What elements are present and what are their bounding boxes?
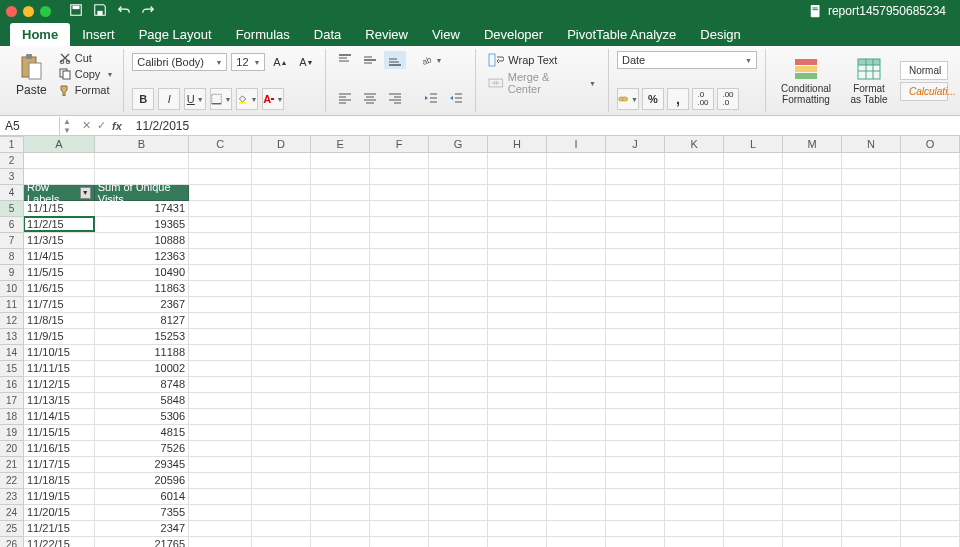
bold-button[interactable]: B bbox=[132, 88, 154, 110]
cell[interactable] bbox=[606, 153, 665, 169]
row-header-12[interactable]: 12 bbox=[0, 313, 23, 329]
cell[interactable] bbox=[842, 537, 901, 547]
cell[interactable] bbox=[370, 153, 429, 169]
tab-developer[interactable]: Developer bbox=[472, 23, 555, 46]
cell[interactable] bbox=[370, 265, 429, 281]
cell[interactable] bbox=[901, 313, 960, 329]
cell[interactable] bbox=[488, 441, 547, 457]
cell[interactable] bbox=[252, 265, 311, 281]
cell[interactable]: 11/11/15 bbox=[24, 361, 95, 377]
cell[interactable] bbox=[783, 281, 842, 297]
cell[interactable] bbox=[252, 377, 311, 393]
cell[interactable] bbox=[488, 489, 547, 505]
cell[interactable] bbox=[901, 377, 960, 393]
cell[interactable] bbox=[901, 361, 960, 377]
cell[interactable] bbox=[488, 233, 547, 249]
cell[interactable] bbox=[547, 361, 606, 377]
cell[interactable] bbox=[488, 537, 547, 547]
cell-style-normal[interactable]: Normal bbox=[900, 61, 948, 80]
cell[interactable] bbox=[547, 313, 606, 329]
cell[interactable] bbox=[783, 425, 842, 441]
cell[interactable] bbox=[547, 297, 606, 313]
cell[interactable] bbox=[842, 377, 901, 393]
autosave-icon[interactable] bbox=[69, 3, 83, 20]
cell[interactable] bbox=[488, 457, 547, 473]
align-left-button[interactable] bbox=[334, 89, 356, 107]
cell[interactable] bbox=[311, 457, 370, 473]
col-header-F[interactable]: F bbox=[370, 136, 429, 152]
col-header-L[interactable]: L bbox=[724, 136, 783, 152]
close-window-button[interactable] bbox=[6, 6, 17, 17]
cell[interactable]: 2347 bbox=[95, 521, 189, 537]
cell[interactable] bbox=[547, 153, 606, 169]
cell[interactable] bbox=[783, 345, 842, 361]
cell[interactable] bbox=[606, 521, 665, 537]
cell[interactable] bbox=[901, 281, 960, 297]
cell[interactable] bbox=[665, 425, 724, 441]
cell[interactable] bbox=[189, 361, 252, 377]
row-header-7[interactable]: 7 bbox=[0, 233, 23, 249]
format-as-table-button[interactable]: Format as Table bbox=[844, 55, 894, 107]
undo-icon[interactable] bbox=[117, 3, 131, 20]
cell[interactable]: 7355 bbox=[95, 505, 189, 521]
cell[interactable] bbox=[783, 233, 842, 249]
cell[interactable] bbox=[606, 505, 665, 521]
cell[interactable] bbox=[606, 329, 665, 345]
cell[interactable] bbox=[901, 441, 960, 457]
cell[interactable] bbox=[724, 297, 783, 313]
cell[interactable] bbox=[547, 521, 606, 537]
row-header-8[interactable]: 8 bbox=[0, 249, 23, 265]
increase-font-button[interactable]: A▲ bbox=[269, 51, 291, 73]
cell[interactable] bbox=[724, 457, 783, 473]
cell[interactable] bbox=[842, 345, 901, 361]
cell[interactable] bbox=[901, 393, 960, 409]
cell[interactable] bbox=[547, 457, 606, 473]
cell[interactable] bbox=[547, 217, 606, 233]
row-header-15[interactable]: 15 bbox=[0, 361, 23, 377]
row-header-9[interactable]: 9 bbox=[0, 265, 23, 281]
cell[interactable] bbox=[429, 537, 488, 547]
cell-style-calculation[interactable]: Calculati... bbox=[900, 82, 948, 101]
cell[interactable] bbox=[252, 185, 311, 201]
orientation-button[interactable]: ab▼ bbox=[420, 51, 442, 69]
cell[interactable]: 11188 bbox=[95, 345, 189, 361]
cell[interactable] bbox=[724, 185, 783, 201]
cell[interactable] bbox=[311, 537, 370, 547]
cell[interactable] bbox=[547, 537, 606, 547]
increase-indent-button[interactable] bbox=[445, 89, 467, 107]
cell[interactable] bbox=[189, 233, 252, 249]
row-header-18[interactable]: 18 bbox=[0, 409, 23, 425]
cell[interactable] bbox=[429, 441, 488, 457]
cell[interactable]: 11/5/15 bbox=[24, 265, 95, 281]
cell[interactable] bbox=[370, 185, 429, 201]
cell[interactable]: 17431 bbox=[95, 201, 189, 217]
cell[interactable]: 11/19/15 bbox=[24, 489, 95, 505]
cell[interactable] bbox=[429, 473, 488, 489]
align-right-button[interactable] bbox=[384, 89, 406, 107]
cell[interactable] bbox=[665, 329, 724, 345]
cell[interactable]: 5848 bbox=[95, 393, 189, 409]
cell[interactable] bbox=[665, 345, 724, 361]
cell[interactable]: 11/7/15 bbox=[24, 297, 95, 313]
cell[interactable]: 8748 bbox=[95, 377, 189, 393]
cell[interactable] bbox=[189, 425, 252, 441]
tab-home[interactable]: Home bbox=[10, 23, 70, 46]
row-header-13[interactable]: 13 bbox=[0, 329, 23, 345]
cell[interactable] bbox=[370, 169, 429, 185]
cell[interactable]: 8127 bbox=[95, 313, 189, 329]
cell[interactable] bbox=[901, 521, 960, 537]
cell[interactable] bbox=[724, 441, 783, 457]
cell[interactable]: 11/22/15 bbox=[24, 537, 95, 547]
align-middle-button[interactable] bbox=[359, 51, 381, 69]
cell[interactable] bbox=[370, 345, 429, 361]
cell[interactable] bbox=[665, 489, 724, 505]
cell[interactable] bbox=[901, 329, 960, 345]
cell[interactable] bbox=[783, 201, 842, 217]
cell[interactable] bbox=[488, 377, 547, 393]
cell[interactable] bbox=[488, 249, 547, 265]
col-header-K[interactable]: K bbox=[665, 136, 724, 152]
cell[interactable] bbox=[252, 409, 311, 425]
cell[interactable] bbox=[783, 185, 842, 201]
cell[interactable] bbox=[901, 297, 960, 313]
cell[interactable] bbox=[665, 249, 724, 265]
